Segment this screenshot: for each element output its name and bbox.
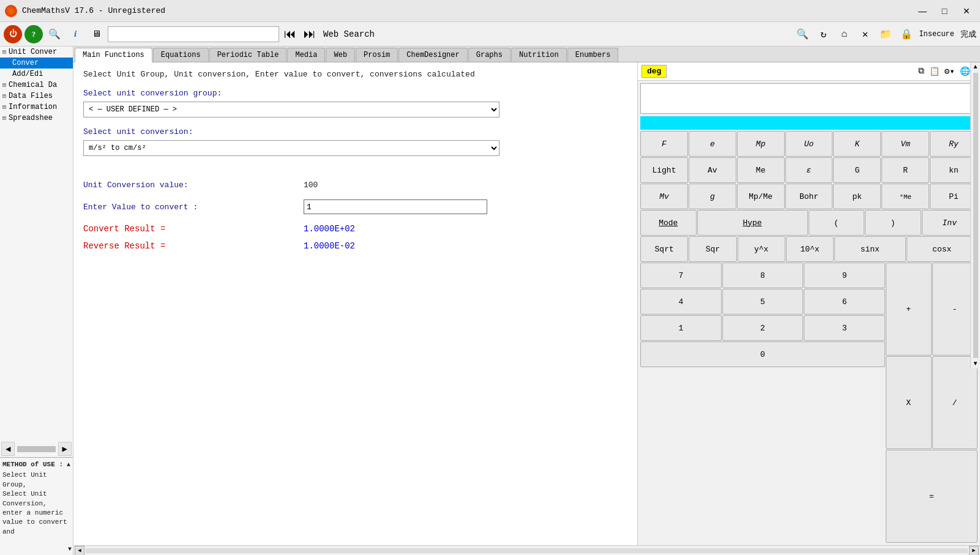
scroll-right-button[interactable]: ▶ <box>58 442 72 456</box>
calc-btn-1[interactable]: 1 <box>640 315 722 341</box>
calc-btn-10x[interactable]: 10^x <box>786 236 834 262</box>
calc-btn-epsilon[interactable]: ε <box>785 157 833 183</box>
sidebar-item-datafiles[interactable]: ⊞ Data Files <box>0 91 73 102</box>
home-icon[interactable]: ⌂ <box>836 26 853 43</box>
calc-btn-Mv[interactable]: Mv <box>640 184 688 209</box>
power-icon[interactable]: ⏻ <box>4 25 22 43</box>
method-scroll-down-button[interactable]: ▼ <box>68 545 72 554</box>
settings-icon[interactable]: ⚙▾ <box>943 65 956 78</box>
tab-periodic-table[interactable]: Periodic Table <box>209 48 287 62</box>
calc-btn-cosx[interactable]: cosx <box>907 236 978 262</box>
search-icon[interactable]: 🔍 <box>45 25 64 43</box>
scroll-left-arrow[interactable]: ◀ <box>75 546 84 556</box>
close-button[interactable]: ✕ <box>958 2 975 20</box>
calc-btn-e[interactable]: e <box>689 131 736 157</box>
calc-btn-divide[interactable]: / <box>932 356 978 449</box>
refresh-icon[interactable]: ↻ <box>815 26 832 43</box>
tab-main-functions[interactable]: Main Functions <box>75 48 152 62</box>
sidebar-item-information[interactable]: ⊞ Information <box>0 102 73 113</box>
calc-row-3: Mv g Mp/Me Bohr pk ᵃMe Pi <box>640 184 978 209</box>
tab-enumbers[interactable]: Enumbers <box>567 48 619 62</box>
page-description: Select Unit Group, Unit conversion, Ente… <box>83 70 627 79</box>
help-icon[interactable]: ? <box>24 25 43 43</box>
calc-btn-3[interactable]: 3 <box>804 315 885 341</box>
paste-icon[interactable]: 📋 <box>928 65 941 78</box>
address-input[interactable] <box>108 26 279 42</box>
calc-btn-F[interactable]: F <box>640 131 688 157</box>
calc-btn-Vm[interactable]: Vm <box>881 131 929 157</box>
tab-equations[interactable]: Equations <box>153 48 209 62</box>
calc-cyan-bar <box>640 116 978 130</box>
lock-icon[interactable]: 🔒 <box>898 26 915 43</box>
nav-forward-button[interactable]: ⏭ <box>301 26 318 43</box>
unit-value-label: Unit Conversion value: <box>83 181 304 190</box>
calc-btn-Mode[interactable]: Mode <box>640 210 697 236</box>
calc-btn-close-paren[interactable]: ) <box>865 210 921 236</box>
group-dropdown[interactable]: < — USER DEFINED — > <box>83 102 499 117</box>
calc-btn-0[interactable]: 0 <box>640 341 885 367</box>
calc-btn-Mp[interactable]: Mp <box>737 131 785 157</box>
calc-btn-G[interactable]: G <box>833 157 881 183</box>
tab-prosim[interactable]: Prosim <box>356 48 398 62</box>
tab-chemdesigner[interactable]: ChemDesigner <box>398 48 467 62</box>
calc-btn-Light[interactable]: Light <box>640 157 688 183</box>
info-icon[interactable]: i <box>66 25 84 43</box>
calc-btn-R[interactable]: R <box>881 157 929 183</box>
calc-btn-2[interactable]: 2 <box>722 315 804 341</box>
calc-btn-4[interactable]: 4 <box>640 289 722 315</box>
calc-btn-Sqrt[interactable]: Sqrt <box>640 236 688 262</box>
nav-back-button[interactable]: ⏮ <box>282 26 299 43</box>
calc-btn-plus[interactable]: + <box>886 263 932 356</box>
calc-btn-aMe[interactable]: ᵃMe <box>881 184 929 209</box>
calc-btn-pk[interactable]: pk <box>833 184 881 209</box>
screen-icon[interactable]: 🖥 <box>87 25 105 43</box>
calc-btn-Inv[interactable]: Inv <box>922 210 978 236</box>
sidebar-item-label: Data Files <box>9 92 53 100</box>
zoom-search-icon[interactable]: 🔍 <box>794 26 811 43</box>
conversion-dropdown[interactable]: m/s² to cm/s² <box>83 140 499 156</box>
horizontal-scroll-track[interactable] <box>86 548 968 553</box>
calc-btn-g[interactable]: g <box>689 184 736 209</box>
scroll-left-button[interactable]: ◀ <box>1 442 15 456</box>
sidebar-item-unit-converter[interactable]: ⊞ Unit Conver <box>0 47 73 58</box>
calc-btn-Uo[interactable]: Uo <box>785 131 833 157</box>
sidebar-item-addedit[interactable]: Add/Edi <box>0 69 73 80</box>
calc-btn-Me[interactable]: Me <box>737 157 785 183</box>
calc-btn-MpMe[interactable]: Mp/Me <box>737 184 785 209</box>
expand-icon: ⊞ <box>2 48 6 56</box>
tab-web[interactable]: Web <box>326 48 355 62</box>
sidebar-item-chemical[interactable]: ⊞ Chemical Da <box>0 80 73 91</box>
calc-btn-5[interactable]: 5 <box>722 289 804 315</box>
maximize-button[interactable]: □ <box>936 2 953 20</box>
calc-row-456: 4 5 6 <box>640 289 885 315</box>
sidebar-item-label: Spreadshee <box>9 114 53 122</box>
calc-btn-yx[interactable]: y^x <box>738 236 785 262</box>
calc-btn-Av[interactable]: Av <box>689 157 736 183</box>
calc-btn-multiply[interactable]: X <box>886 356 932 449</box>
calc-btn-K[interactable]: K <box>833 131 881 157</box>
tab-media[interactable]: Media <box>287 48 325 62</box>
calc-btn-8[interactable]: 8 <box>722 263 804 288</box>
stop-icon[interactable]: ✕ <box>856 26 873 43</box>
minimize-button[interactable]: — <box>914 2 931 20</box>
calc-btn-9[interactable]: 9 <box>804 263 885 288</box>
tab-nutrition[interactable]: Nutrition <box>511 48 567 62</box>
tab-graphs[interactable]: Graphs <box>468 48 511 62</box>
sidebar-item-spreadsheet[interactable]: ⊞ Spreadshee <box>0 113 73 124</box>
calc-btn-6[interactable]: 6 <box>804 289 885 315</box>
method-scroll-up-button[interactable]: ▲ <box>67 461 70 469</box>
calc-btn-Hype[interactable]: Hype <box>697 210 808 236</box>
calc-btn-sinx[interactable]: sinx <box>834 236 905 262</box>
calc-btn-equals[interactable]: = <box>886 450 978 543</box>
calc-btn-Sqr[interactable]: Sqr <box>689 236 736 262</box>
scroll-right-arrow[interactable]: ▶ <box>969 546 979 556</box>
enter-value-input[interactable] <box>304 199 487 214</box>
calc-btn-Bohr[interactable]: Bohr <box>785 184 833 209</box>
scroll-up-button[interactable]: ▲ <box>971 62 980 72</box>
calc-btn-7[interactable]: 7 <box>640 263 722 288</box>
calc-btn-open-paren[interactable]: ( <box>809 210 865 236</box>
folder-icon[interactable]: 📁 <box>877 26 894 43</box>
copy-icon[interactable]: ⧉ <box>917 65 926 78</box>
scroll-down-button[interactable]: ▼ <box>971 359 980 368</box>
sidebar-item-conver[interactable]: Conver <box>0 58 73 69</box>
